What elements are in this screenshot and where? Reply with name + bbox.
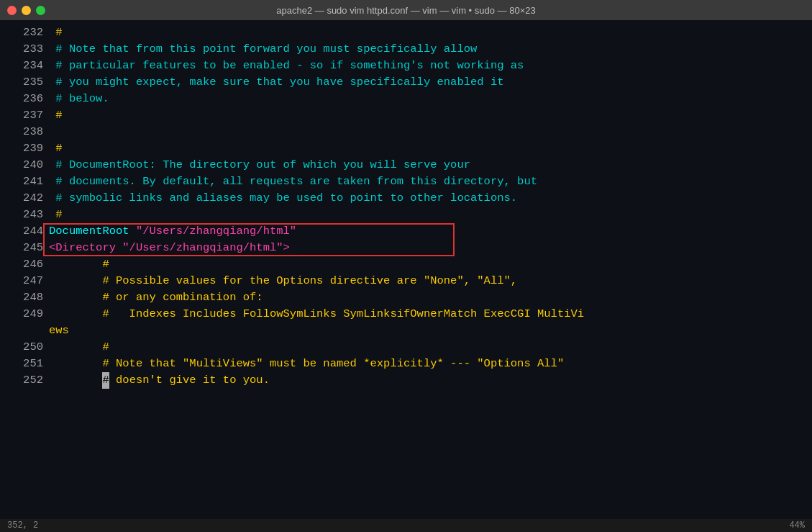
code-line-244: 244 DocumentRoot "/Users/zhangqiang/html… [0,223,812,240]
code-line-238: 238 [0,124,812,140]
code-line-245: 245 <Directory "/Users/zhangqiang/html"> [0,240,812,256]
window-controls[interactable] [7,6,45,15]
code-line-242: 242 # symbolic links and aliases may be … [0,190,812,207]
maximize-button[interactable] [36,6,45,15]
code-line-249-cont: 249 ews [0,323,812,339]
cursor: # [102,372,109,389]
close-button[interactable] [7,6,17,15]
code-line-251: 251 # Note that "MultiViews" must be nam… [0,356,812,372]
code-line-239: 239 # [0,140,812,157]
code-line-236: 236 # below. [0,91,812,107]
cursor-position: 352, 2 [7,520,38,531]
code-line-249: 249 # Indexes Includes FollowSymLinks Sy… [0,306,812,323]
code-line-248: 248 # or any combination of: [0,289,812,306]
code-line-247: 247 # Possible values for the Options di… [0,273,812,289]
code-line-241: 241 # documents. By default, all request… [0,173,812,190]
scroll-percent: 44% [789,520,805,531]
highlighted-region: 244 DocumentRoot "/Users/zhangqiang/html… [0,223,812,256]
code-line-250: 250 # [0,339,812,356]
window-title: apache2 — sudo vim httpd.conf — vim — vi… [276,5,535,16]
terminal-content[interactable]: 232 # 233 # Note that from this point fo… [0,20,812,519]
title-bar: apache2 — sudo vim httpd.conf — vim — vi… [0,0,812,20]
code-line-243: 243 # [0,207,812,223]
code-line-252: 252 # doesn't give it to you. [0,372,812,389]
code-line-237: 237 # [0,107,812,124]
minimize-button[interactable] [22,6,31,15]
code-line-240: 240 # DocumentRoot: The directory out of… [0,157,812,173]
code-line-234: 234 # particular features to be enabled … [0,58,812,74]
code-line-232: 232 # [0,24,812,41]
code-line-235: 235 # you might expect, make sure that y… [0,74,812,91]
status-bar: 352, 2 44% [0,519,812,532]
code-line-233: 233 # Note that from this point forward … [0,41,812,58]
code-line-249-wrap: 249 # Indexes Includes FollowSymLinks Sy… [0,306,812,339]
code-line-246: 246 # [0,256,812,273]
